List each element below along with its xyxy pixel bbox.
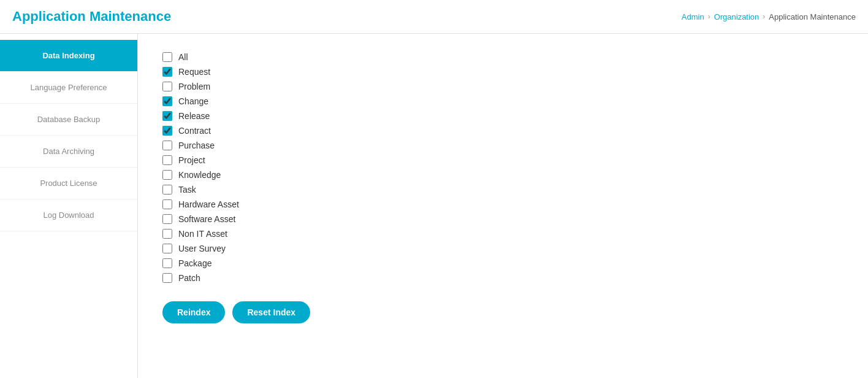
list-item: Purchase [162,141,843,150]
button-row: Reindex Reset Index [162,301,843,323]
checkbox-label-knowledge[interactable]: Knowledge [178,170,221,180]
checkbox-label-purchase[interactable]: Purchase [178,141,215,150]
sidebar-item-database-backup[interactable]: Database Backup [0,104,137,136]
checkbox-hardware-asset[interactable] [162,199,172,209]
checkbox-request[interactable] [162,67,172,77]
checkbox-label-project[interactable]: Project [178,155,205,165]
checkbox-knowledge[interactable] [162,170,172,180]
main-layout: Data Indexing Language Preference Databa… [0,34,868,378]
page-title: Application Maintenance [12,9,171,25]
checkbox-package[interactable] [162,258,172,268]
checkbox-task[interactable] [162,185,172,195]
list-item: Change [162,96,843,106]
list-item: Knowledge [162,170,843,180]
list-item: Problem [162,82,843,91]
content-area: AllRequestProblemChangeReleaseContractPu… [138,34,868,378]
sidebar-item-log-download[interactable]: Log Download [0,199,137,231]
checkbox-label-hardware-asset[interactable]: Hardware Asset [178,199,239,209]
list-item: Patch [162,273,843,283]
checkbox-contract[interactable] [162,126,172,136]
checkbox-label-contract[interactable]: Contract [178,126,211,136]
list-item: Release [162,111,843,121]
checkbox-label-change[interactable]: Change [178,96,208,106]
checkbox-label-package[interactable]: Package [178,258,211,268]
checkbox-change[interactable] [162,96,172,106]
checkbox-user-survey[interactable] [162,244,172,253]
reset-index-button[interactable]: Reset Index [232,301,310,323]
checkbox-non-it-asset[interactable] [162,229,172,239]
checkbox-list: AllRequestProblemChangeReleaseContractPu… [162,52,843,283]
sidebar-item-data-archiving[interactable]: Data Archiving [0,136,137,168]
checkbox-all[interactable] [162,52,172,62]
list-item: Project [162,155,843,165]
list-item: All [162,52,843,62]
sidebar-item-product-license[interactable]: Product License [0,168,137,199]
checkbox-label-patch[interactable]: Patch [178,273,200,283]
list-item: Request [162,67,843,77]
list-item: Non IT Asset [162,229,843,239]
breadcrumb-sep-1: › [708,12,710,21]
breadcrumb-organization[interactable]: Organization [714,12,760,21]
list-item: User Survey [162,244,843,253]
checkbox-label-all[interactable]: All [178,52,188,62]
checkbox-problem[interactable] [162,82,172,91]
breadcrumb-admin[interactable]: Admin [682,12,704,21]
checkbox-label-release[interactable]: Release [178,111,210,121]
checkbox-label-request[interactable]: Request [178,67,210,77]
checkbox-release[interactable] [162,111,172,121]
checkbox-software-asset[interactable] [162,214,172,224]
list-item: Hardware Asset [162,199,843,209]
checkbox-label-user-survey[interactable]: User Survey [178,244,226,253]
checkbox-label-software-asset[interactable]: Software Asset [178,214,235,224]
checkbox-label-problem[interactable]: Problem [178,82,210,91]
list-item: Package [162,258,843,268]
sidebar-item-language-preference[interactable]: Language Preference [0,72,137,104]
checkbox-label-non-it-asset[interactable]: Non IT Asset [178,229,227,239]
list-item: Software Asset [162,214,843,224]
checkbox-purchase[interactable] [162,141,172,150]
header: Application Maintenance Admin › Organiza… [0,0,868,34]
sidebar: Data Indexing Language Preference Databa… [0,34,138,378]
reindex-button[interactable]: Reindex [162,301,225,323]
checkbox-patch[interactable] [162,273,172,283]
breadcrumb-sep-2: › [763,12,765,21]
list-item: Task [162,185,843,195]
checkbox-project[interactable] [162,155,172,165]
sidebar-item-data-indexing[interactable]: Data Indexing [0,40,137,72]
breadcrumb-current: Application Maintenance [769,12,856,21]
breadcrumb: Admin › Organization › Application Maint… [682,12,856,21]
checkbox-label-task[interactable]: Task [178,185,196,195]
list-item: Contract [162,126,843,136]
